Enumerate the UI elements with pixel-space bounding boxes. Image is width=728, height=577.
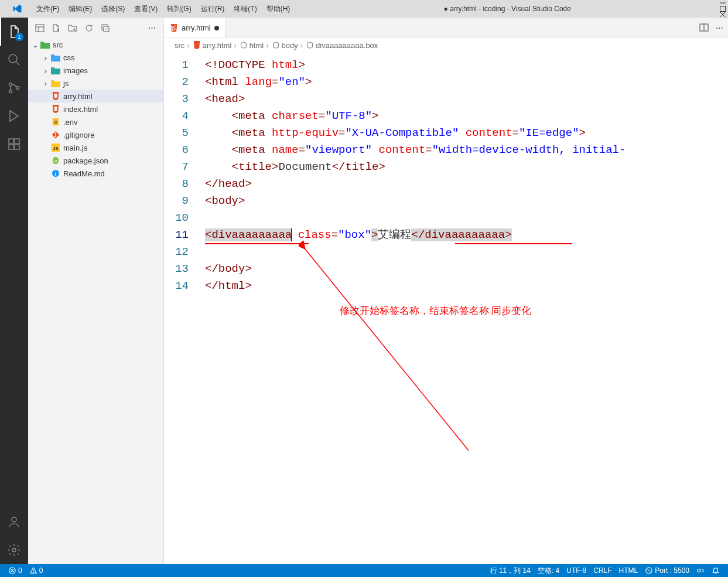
tree-file-ReadMe-md[interactable]: iReadMe.md (28, 167, 163, 180)
explorer-badge: 1 (15, 33, 23, 41)
html5-icon (170, 24, 178, 32)
chevron-right-icon: › (300, 41, 303, 50)
split-editor-icon[interactable] (699, 23, 709, 32)
sidebar-more-icon[interactable]: ⋯ (147, 23, 156, 33)
activity-scm[interactable] (0, 74, 28, 102)
activity-bar: 1 (0, 18, 28, 564)
tree-item-label: css (63, 53, 75, 62)
statusbar: 0 0 行 11，列 14 空格: 4 UTF-8 CRLF HTML Port… (0, 564, 728, 577)
file-icon: JS (50, 143, 61, 152)
maximize-button[interactable] (720, 6, 726, 12)
folder-icon (50, 78, 61, 88)
svg-line-40 (647, 569, 651, 573)
activity-settings[interactable] (0, 536, 28, 564)
chevron-right-icon: › (41, 66, 50, 75)
file-icon (50, 91, 61, 101)
explorer-views-icon[interactable] (35, 23, 45, 33)
bc-file[interactable]: arry.html (203, 41, 232, 50)
activity-debug[interactable] (0, 102, 28, 130)
chevron-right-icon: › (187, 41, 189, 50)
menu-help[interactable]: 帮助(H) (262, 2, 295, 16)
tree-file--gitignore[interactable]: .gitignore (28, 128, 163, 141)
status-spaces[interactable]: 空格: 4 (534, 564, 563, 577)
file-icon: N (50, 156, 61, 165)
breadcrumbs[interactable]: src › arry.html › html › body › divaaaaa… (164, 38, 728, 52)
svg-rect-15 (36, 25, 44, 32)
menu-terminal[interactable]: 终端(T) (229, 2, 261, 16)
menu-view[interactable]: 查看(V) (129, 2, 162, 16)
more-actions-icon[interactable]: ⋯ (716, 23, 723, 32)
svg-point-6 (9, 83, 12, 86)
tree-file--env[interactable]: ⚙.env (28, 115, 163, 128)
folder-icon (40, 40, 50, 49)
line-numbers: 1234567891011121314 (164, 57, 199, 295)
symbol-icon (271, 40, 281, 50)
file-icon: ⚙ (50, 117, 61, 127)
tree-item-label: main.js (63, 144, 87, 152)
menu-select[interactable]: 选择(S) (97, 2, 129, 16)
collapse-icon[interactable] (101, 23, 110, 33)
svg-text:JS: JS (53, 146, 59, 151)
status-port[interactable]: Port : 5500 (641, 564, 693, 577)
status-lang[interactable]: HTML (616, 564, 642, 577)
tree-folder-css[interactable]: ›css (28, 51, 163, 64)
status-feedback-icon[interactable] (693, 564, 708, 577)
tree-root[interactable]: ⌄ src (28, 38, 163, 51)
svg-rect-9 (9, 139, 13, 144)
tab-arry-html[interactable]: arry.html (164, 18, 225, 37)
minimize-button[interactable] (720, 0, 726, 6)
chevron-right-icon: › (266, 41, 268, 50)
tree-folder-js[interactable]: ›js (28, 77, 163, 90)
activity-search[interactable] (0, 46, 28, 74)
menu-edit[interactable]: 编辑(E) (64, 2, 97, 16)
activity-account[interactable] (0, 508, 28, 536)
status-warnings[interactable]: 0 (26, 564, 47, 577)
tree-item-label: .env (63, 118, 78, 127)
vertical-scrollbar[interactable] (720, 52, 728, 564)
menu-file[interactable]: 文件(F) (32, 2, 64, 16)
red-underline-start-tag (205, 243, 309, 244)
html5-icon (192, 40, 201, 50)
svg-rect-12 (15, 139, 19, 144)
activity-extensions[interactable] (0, 130, 28, 158)
file-icon (50, 130, 61, 139)
status-encoding[interactable]: UTF-8 (563, 564, 590, 577)
window-controls (720, 0, 726, 18)
folder-icon (50, 66, 61, 75)
activity-explorer[interactable]: 1 (0, 18, 28, 46)
bc-html[interactable]: html (249, 41, 264, 50)
bc-body[interactable]: body (282, 41, 298, 50)
close-button[interactable] (720, 12, 726, 18)
status-eol[interactable]: CRLF (590, 564, 615, 577)
tree-root-label: src (53, 40, 63, 49)
svg-point-41 (698, 569, 700, 572)
svg-rect-10 (9, 145, 13, 149)
code-editor[interactable]: 1234567891011121314 <!DOCTYPE html><html… (164, 52, 728, 564)
tree-file-package-json[interactable]: Npackage.json (28, 154, 163, 167)
tree-file-index-html[interactable]: index.html (28, 103, 163, 115)
vscode-logo (2, 4, 32, 14)
editor-area: arry.html ⋯ src › arry.html › html › bod… (164, 18, 728, 564)
menu-goto[interactable]: 转到(G) (162, 2, 196, 16)
annotation-text: 修改开始标签名称，结束标签名称 同步变化 (340, 302, 531, 319)
bc-src[interactable]: src (175, 41, 184, 50)
chevron-down-icon: ⌄ (30, 40, 40, 49)
status-errors[interactable]: 0 (5, 564, 26, 577)
file-icon (50, 104, 61, 114)
tree-item-label: .gitignore (63, 131, 94, 139)
tree-folder-images[interactable]: ›images (28, 64, 163, 77)
symbol-icon (305, 40, 315, 50)
svg-point-13 (12, 517, 16, 522)
tree-file-main-js[interactable]: JSmain.js (28, 141, 163, 154)
tree-file-arry-html[interactable]: arry.html (28, 90, 163, 103)
new-folder-icon[interactable] (68, 23, 77, 33)
svg-rect-1 (720, 6, 726, 12)
chevron-right-icon: › (41, 79, 50, 88)
menu-run[interactable]: 运行(R) (196, 2, 230, 16)
refresh-icon[interactable] (84, 23, 94, 33)
status-line-col[interactable]: 行 11，列 14 (487, 564, 534, 577)
new-file-icon[interactable] (52, 23, 61, 33)
symbol-icon (239, 40, 248, 50)
bc-div[interactable]: divaaaaaaaaa.box (316, 41, 378, 50)
status-bell-icon[interactable] (708, 564, 723, 577)
